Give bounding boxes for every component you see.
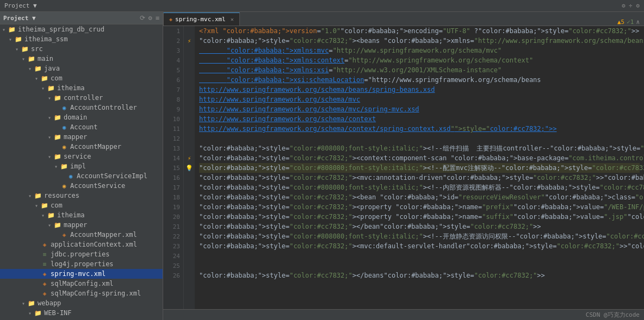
sidebar-item-itheima_ssm[interactable]: ▾📁itheima_ssm — [0, 34, 163, 44]
code-line[interactable]: http://www.springframework.org/schema/mv… — [199, 95, 640, 104]
gutter-row — [184, 192, 195, 202]
sidebar-item-resources[interactable]: ▾📁resources — [0, 191, 163, 200]
line-number: 1 — [163, 26, 183, 36]
code-line[interactable]: "color:#bababa;">style="color:#cc7832;">… — [199, 212, 640, 222]
code-line[interactable]: "color:#bababa;">xmlns:context="http://w… — [199, 55, 640, 65]
gutter-row — [184, 85, 195, 95]
line-number: 12 — [163, 134, 183, 143]
gutter-row: ⚡ — [184, 153, 195, 163]
tree-item-label: applicationContext.xml — [51, 241, 137, 248]
code-line[interactable]: "color:#bababa;">style="color:#cc7832;">… — [199, 222, 640, 231]
code-line[interactable]: http://www.springframework.org/schema/co… — [199, 114, 640, 124]
sidebar-item-impl[interactable]: ▾📁impl — [0, 161, 163, 171]
sidebar-item-AccountMapper_xml[interactable]: ◈AccountMapper.xml — [0, 230, 163, 240]
xml-icon: ◈ — [40, 289, 49, 298]
sync-icon[interactable]: ⟳ — [140, 14, 145, 22]
sidebar-item-log4j_properties[interactable]: ≡log4j.properties — [0, 259, 163, 269]
sidebar-item-AccountService[interactable]: ◉AccountService — [0, 181, 163, 191]
sidebar-item-service[interactable]: ▾📁service — [0, 152, 163, 161]
tab-spring-mvc[interactable]: ◈ spring-mvc.xml ✕ — [163, 12, 240, 26]
java-interface-orange-icon: ◉ — [60, 142, 69, 151]
gutter-row — [184, 173, 195, 183]
code-line[interactable]: "color:#bababa;">style="color:#808080;fo… — [199, 231, 640, 241]
folder-icon: 📁 — [47, 211, 55, 219]
tree-item-label: com — [51, 202, 63, 209]
sidebar-item-com2[interactable]: ▾📁com — [0, 200, 163, 210]
sidebar-item-WEB-INF[interactable]: ▾📁WEB-INF — [0, 308, 163, 318]
tree-item-label: controller — [64, 94, 103, 102]
sidebar-item-spring_mvc_xml[interactable]: ◈spring-mvc.xml — [0, 269, 163, 279]
code-line[interactable]: "color:#bababa;">style="color:#808080;fo… — [199, 163, 640, 173]
tree-item-label: com — [51, 74, 63, 82]
sidebar-item-applicationContext_xml[interactable]: ◈applicationContext.xml — [0, 240, 163, 249]
code-line[interactable]: "color:#bababa;">style="color:#cc7832;">… — [199, 153, 640, 163]
sidebar-item-java[interactable]: ▾📁java — [0, 64, 163, 73]
tree-arrow: ▾ — [39, 85, 47, 91]
sidebar-item-jdbc_properties[interactable]: ≡jdbc.properties — [0, 249, 163, 259]
sidebar-item-sqlMapConfig_spring_xml[interactable]: ◈sqlMapConfig-spring.xml — [0, 288, 163, 298]
settings-icon[interactable]: ≡ — [156, 14, 159, 22]
code-line[interactable]: "color:#bababa;">style="color:#cc7832;">… — [199, 241, 640, 251]
sidebar-item-AccountController[interactable]: ◉AccountController — [0, 103, 163, 112]
folder-icon: 📁 — [47, 84, 55, 92]
gutter-row — [184, 231, 195, 241]
sidebar-item-pages[interactable]: ▾📁pages — [0, 318, 163, 320]
sidebar-item-com[interactable]: ▾📁com — [0, 73, 163, 83]
code-line[interactable]: "color:#bababa;">xsi:schemaLocation="htt… — [199, 75, 640, 85]
sidebar-item-sqlMapConfig_xml[interactable]: ◈sqlMapConfig.xml — [0, 279, 163, 288]
code-line[interactable]: "color:#bababa;">style="color:#808080;fo… — [199, 143, 640, 153]
code-line[interactable]: <?xml "color:#bababa;">version="1.0" "co… — [199, 26, 640, 36]
code-line[interactable]: "color:#bababa;">style="color:#808080;fo… — [199, 183, 640, 192]
gutter-row — [184, 46, 195, 55]
code-line[interactable]: "color:#bababa;">style="color:#cc7832;">… — [199, 192, 640, 202]
code-line[interactable]: http://www.springframework.org/schema/mv… — [199, 104, 640, 114]
code-line[interactable]: "color:#bababa;">xmlns:mvc="http://www.s… — [199, 46, 640, 55]
bottom-bar: CSDN @巧克力code — [163, 309, 644, 320]
tree-item-label: log4j.properties — [51, 260, 114, 268]
code-line[interactable] — [199, 134, 640, 143]
gutter-row — [184, 183, 195, 192]
hint-gutter-icon: 💡 — [185, 165, 193, 172]
code-content[interactable]: <?xml "color:#bababa;">version="1.0" "co… — [195, 26, 644, 309]
code-line[interactable]: "color:#bababa;">style="color:#cc7832;">… — [199, 173, 640, 183]
code-line[interactable]: "color:#bababa;">style="color:#cc7832;">… — [199, 36, 640, 46]
code-line[interactable]: http://www.springframework.org/schema/co… — [199, 124, 640, 134]
code-line[interactable] — [199, 251, 640, 261]
code-line[interactable]: "color:#bababa;">style="color:#cc7832;">… — [199, 271, 640, 280]
tree-arrow: ▾ — [52, 164, 60, 170]
sidebar-item-mapper2[interactable]: ▾📁mapper — [0, 220, 163, 230]
sidebar-item-controller[interactable]: ▾📁controller — [0, 93, 163, 103]
folder-icon: 📁 — [53, 93, 62, 102]
sidebar-item-Account[interactable]: ◉Account — [0, 122, 163, 132]
tree-item-label: webapp — [38, 299, 61, 307]
line-number: 2 — [163, 36, 183, 46]
sidebar-item-AccountServiceImpl[interactable]: ◉AccountServiceImpl — [0, 171, 163, 181]
sidebar-item-itheima_pkg[interactable]: ▾📁itheima — [0, 83, 163, 93]
sidebar-item-itheima_spring_db_crud[interactable]: ▾📁itheima_spring_db_crud — [0, 24, 163, 34]
gutter-row — [184, 75, 195, 85]
xml-icon: ◈ — [40, 279, 49, 288]
brand-label: CSDN @巧克力code — [586, 311, 640, 319]
gutter-row — [184, 202, 195, 212]
code-line[interactable]: "color:#bababa;">xmlns:xsi="http://www.w… — [199, 65, 640, 75]
sidebar-item-domain[interactable]: ▾📁domain — [0, 112, 163, 122]
code-line[interactable]: http://www.springframework.org/schema/be… — [199, 85, 640, 95]
code-line[interactable] — [199, 261, 640, 271]
code-line[interactable]: "color:#bababa;">style="color:#cc7832;">… — [199, 202, 640, 212]
project-label[interactable]: Project ▼ — [4, 2, 37, 9]
tree-item-label: domain — [64, 114, 87, 121]
sidebar-item-src[interactable]: ▾📁src — [0, 44, 163, 54]
sidebar-item-AccountMapper[interactable]: ◉AccountMapper — [0, 142, 163, 152]
sidebar-item-itheima2[interactable]: ▾📁itheima — [0, 210, 163, 220]
sidebar-item-mapper[interactable]: ▾📁mapper — [0, 132, 163, 142]
sidebar-icons: ⟳ ⚙ ≡ — [140, 14, 159, 22]
folder-icon: 📁 — [21, 45, 29, 53]
gutter-row — [184, 271, 195, 280]
chevron-up-icon[interactable]: ∧ — [636, 18, 640, 26]
sidebar-item-webapp[interactable]: ▾📁webapp — [0, 298, 163, 308]
gutter-row — [184, 261, 195, 271]
java-class-blue-icon: ◉ — [60, 103, 69, 112]
tab-close-btn[interactable]: ✕ — [231, 16, 234, 22]
sidebar-item-main[interactable]: ▾📁main — [0, 54, 163, 64]
gear-icon[interactable]: ⚙ — [148, 14, 152, 22]
